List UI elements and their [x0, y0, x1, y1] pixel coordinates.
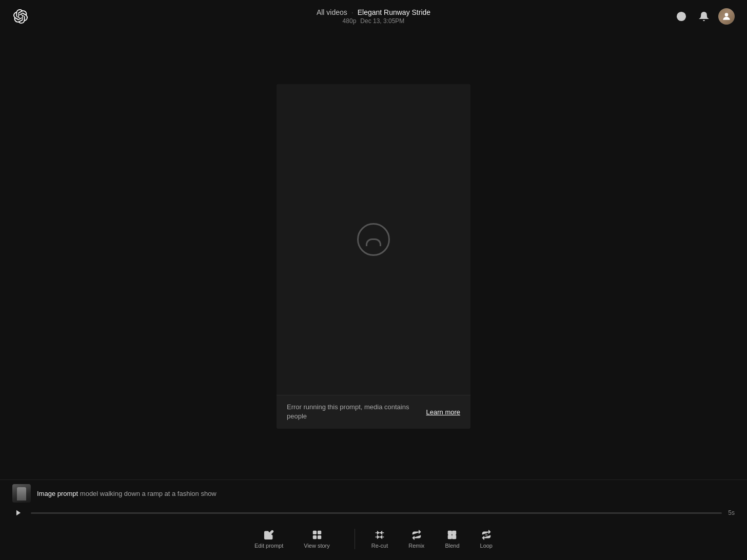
svg-rect-7: [313, 536, 316, 539]
breadcrumb-separator: ·: [351, 8, 353, 16]
view-story-label: View story: [304, 543, 330, 549]
app-header: All videos · Elegant Runway Stride 480p …: [0, 0, 747, 33]
toolbar-divider: [355, 529, 355, 549]
header-subtitle: 480p Dec 13, 3:05PM: [343, 17, 405, 25]
prompt-row: Image prompt model walking down a ramp a…: [0, 480, 747, 507]
error-message: Error running this prompt, media contain…: [287, 403, 410, 421]
svg-marker-4: [16, 510, 21, 516]
play-button[interactable]: [12, 507, 25, 519]
view-story-icon: [311, 529, 323, 541]
loop-icon: [481, 529, 492, 541]
loop-button[interactable]: Loop: [470, 526, 503, 552]
header-center: All videos · Elegant Runway Stride 480p …: [317, 8, 430, 25]
svg-rect-12: [453, 531, 456, 535]
prompt-content: model walking down a ramp at a fashion s…: [80, 490, 217, 497]
bottom-bar: Image prompt model walking down a ramp a…: [0, 479, 747, 560]
svg-rect-11: [448, 531, 452, 535]
edit-prompt-button[interactable]: Edit prompt: [244, 526, 293, 552]
error-icon: [357, 223, 390, 256]
all-videos-link[interactable]: All videos: [317, 8, 347, 16]
timestamp: Dec 13, 3:05PM: [360, 17, 404, 25]
svg-rect-8: [318, 536, 321, 539]
progress-row: 5s: [0, 507, 747, 523]
prompt-thumbnail: [12, 484, 31, 503]
blend-label: Blend: [445, 543, 459, 549]
breadcrumb-row: All videos · Elegant Runway Stride: [317, 8, 430, 16]
resolution-badge: 480p: [343, 17, 357, 25]
duration-label: 5s: [728, 509, 735, 516]
toolbar-left: Edit prompt View story: [244, 526, 340, 552]
main-content: Error running this prompt, media contain…: [0, 33, 747, 479]
notifications-button[interactable]: [696, 8, 712, 25]
remix-label: Remix: [408, 543, 424, 549]
svg-rect-14: [453, 535, 456, 539]
emoji-button[interactable]: [673, 8, 690, 25]
learn-more-link[interactable]: Learn more: [426, 408, 460, 416]
recut-button[interactable]: Re-cut: [361, 526, 398, 552]
prompt-text: Image prompt model walking down a ramp a…: [37, 490, 217, 497]
edit-prompt-label: Edit prompt: [254, 543, 283, 549]
svg-rect-5: [313, 531, 316, 534]
prompt-label: Image prompt: [37, 490, 78, 497]
svg-point-3: [725, 13, 729, 16]
view-story-button[interactable]: View story: [293, 526, 340, 552]
svg-rect-6: [318, 531, 321, 534]
remix-button[interactable]: Remix: [398, 526, 435, 552]
video-frame: [277, 84, 470, 395]
video-title: Elegant Runway Stride: [358, 8, 430, 16]
svg-rect-13: [448, 535, 452, 539]
toolbar-right: Re-cut Remix: [361, 526, 503, 552]
app-logo[interactable]: [12, 8, 29, 25]
user-avatar[interactable]: [718, 8, 735, 25]
error-bar: Error running this prompt, media contain…: [277, 395, 470, 428]
loop-label: Loop: [480, 543, 493, 549]
video-container: Error running this prompt, media contain…: [277, 84, 470, 429]
recut-icon: [374, 529, 385, 541]
progress-track[interactable]: [31, 512, 722, 514]
edit-prompt-icon: [263, 529, 274, 541]
blend-icon: [446, 529, 458, 541]
blend-button[interactable]: Blend: [435, 526, 469, 552]
svg-point-15: [485, 534, 487, 536]
toolbar: Edit prompt View story: [0, 523, 747, 560]
recut-label: Re-cut: [371, 543, 388, 549]
svg-point-0: [677, 12, 686, 21]
header-actions: [673, 8, 735, 25]
remix-icon: [411, 529, 422, 541]
